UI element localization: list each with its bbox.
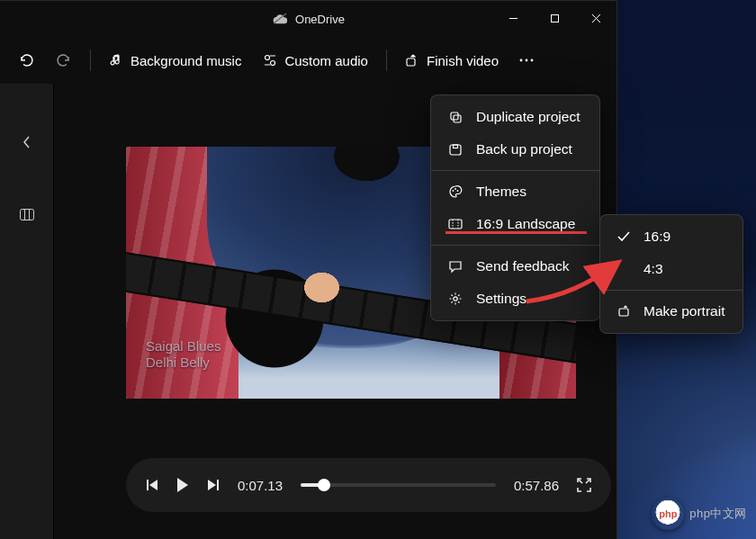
submenu-label: Make portrait <box>644 303 724 319</box>
player-bar: 0:07.13 0:57.86 <box>126 458 611 512</box>
php-badge: php <box>652 498 684 530</box>
undo-button[interactable] <box>9 47 43 74</box>
video-watermark-text: Saigal Blues Delhi Belly <box>146 338 220 373</box>
music-note-icon <box>109 53 123 67</box>
minimize-button[interactable] <box>492 1 534 35</box>
skip-next-icon <box>207 478 220 492</box>
panel-back-button[interactable] <box>9 129 45 156</box>
skip-prev-icon <box>146 478 158 492</box>
menu-item-themes[interactable]: Themes <box>431 175 599 208</box>
php-text: php中文网 <box>689 506 747 522</box>
menu-label: 16:9 Landscape <box>476 216 575 232</box>
svg-rect-2 <box>551 14 558 22</box>
window-controls <box>492 1 616 37</box>
menu-item-aspect-ratio[interactable]: 16:9 Landscape <box>431 208 599 240</box>
current-time: 0:07.13 <box>238 478 283 493</box>
svg-rect-30 <box>449 220 462 229</box>
maximize-button[interactable] <box>534 1 575 35</box>
total-time: 0:57.86 <box>514 478 559 493</box>
watermark-line1: Saigal Blues <box>146 338 220 355</box>
svg-rect-13 <box>20 209 33 220</box>
svg-point-28 <box>454 188 456 190</box>
svg-rect-9 <box>407 58 415 66</box>
timeline-knob[interactable] <box>318 479 330 491</box>
menu-label: Back up project <box>476 141 572 157</box>
finish-video-button[interactable]: Finish video <box>396 48 508 74</box>
svg-point-6 <box>271 61 275 66</box>
aspect-ratio-submenu: 16:9 4:3 Make portrait <box>599 214 743 334</box>
duplicate-icon <box>447 110 464 124</box>
divider <box>386 49 387 71</box>
background-music-label: Background music <box>130 53 241 68</box>
custom-audio-label: Custom audio <box>284 53 368 68</box>
annotation-underline <box>446 231 587 234</box>
play-icon <box>176 477 189 493</box>
redo-button[interactable] <box>47 47 81 74</box>
submenu-item-4-3[interactable]: 4:3 <box>600 253 742 285</box>
svg-marker-18 <box>177 478 188 492</box>
svg-point-12 <box>531 59 534 62</box>
more-ellipsis-icon <box>518 58 535 63</box>
gear-icon <box>447 292 464 306</box>
submenu-item-16-9[interactable]: 16:9 <box>600 220 742 253</box>
cloud-sync-icon <box>272 13 288 25</box>
menu-label: Settings <box>476 291 526 307</box>
export-icon <box>405 53 419 67</box>
storyboard-grid-button[interactable] <box>9 201 45 228</box>
svg-point-11 <box>526 59 528 62</box>
undo-icon <box>18 52 34 68</box>
audio-mixer-icon <box>263 53 277 67</box>
overflow-menu-button[interactable] <box>511 52 542 68</box>
svg-point-5 <box>266 56 270 60</box>
redo-icon <box>56 52 72 68</box>
svg-rect-26 <box>454 145 458 148</box>
project-panel <box>0 84 54 539</box>
prev-frame-button[interactable] <box>146 478 158 492</box>
submenu-label: 16:9 <box>644 229 670 245</box>
background-music-button[interactable]: Background music <box>100 48 250 74</box>
menu-separator <box>600 290 742 291</box>
play-button[interactable] <box>176 477 189 493</box>
page-watermark: php php中文网 <box>652 498 747 530</box>
svg-point-33 <box>454 297 457 301</box>
svg-rect-25 <box>450 145 461 155</box>
svg-marker-17 <box>149 480 158 490</box>
fullscreen-button[interactable] <box>577 478 591 492</box>
menu-item-duplicate-project[interactable]: Duplicate project <box>431 101 599 133</box>
menu-item-feedback[interactable]: Send feedback <box>431 250 599 283</box>
svg-line-22 <box>586 480 590 483</box>
menu-item-back-up-project[interactable]: Back up project <box>431 133 599 166</box>
chevron-left-icon <box>22 136 31 148</box>
svg-line-21 <box>579 480 582 483</box>
title-center: OneDrive <box>272 13 345 26</box>
aspect-ratio-icon <box>447 219 464 229</box>
window-title: OneDrive <box>295 13 345 26</box>
menu-separator <box>431 245 599 246</box>
submenu-item-make-portrait[interactable]: Make portrait <box>600 295 742 328</box>
overflow-menu: Duplicate project Back up project Themes… <box>430 94 600 321</box>
titlebar: OneDrive <box>0 1 616 37</box>
svg-marker-19 <box>208 480 216 490</box>
submenu-label: 4:3 <box>644 261 663 277</box>
grid-icon <box>20 209 34 220</box>
close-button[interactable] <box>575 1 616 35</box>
next-frame-button[interactable] <box>207 478 220 492</box>
custom-audio-button[interactable]: Custom audio <box>254 48 377 74</box>
menu-item-settings[interactable]: Settings <box>431 283 599 315</box>
palette-icon <box>447 184 464 199</box>
menu-label: Send feedback <box>476 258 569 274</box>
backup-icon <box>447 142 464 157</box>
svg-rect-23 <box>451 112 458 120</box>
svg-rect-34 <box>619 309 628 316</box>
menu-label: Duplicate project <box>476 109 580 125</box>
feedback-icon <box>447 259 464 274</box>
svg-point-27 <box>453 190 454 192</box>
checkmark-icon <box>616 231 631 242</box>
divider <box>90 49 91 71</box>
timeline-seekbar[interactable] <box>301 483 496 487</box>
menu-label: Themes <box>476 184 526 200</box>
portrait-icon <box>616 305 631 318</box>
watermark-line2: Delhi Belly <box>146 355 220 372</box>
menu-separator <box>431 170 599 171</box>
finish-video-label: Finish video <box>427 53 499 68</box>
